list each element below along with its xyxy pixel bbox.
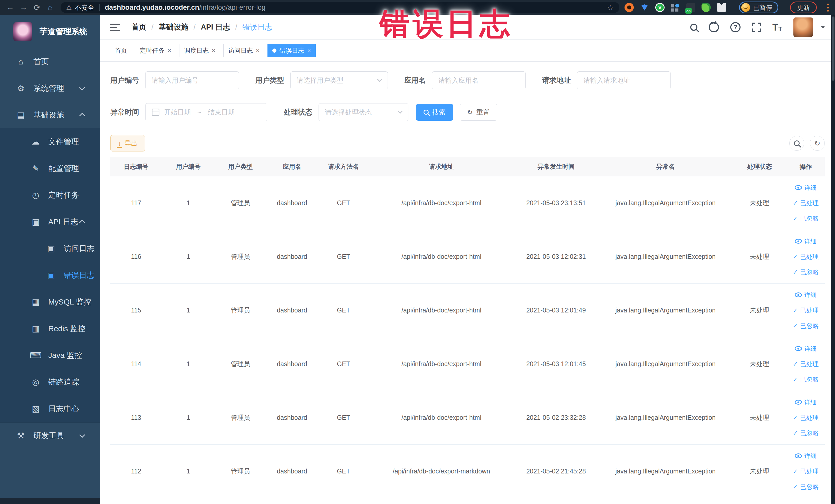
action-ignored[interactable]: ✓已忽略 [793,215,819,223]
github-icon[interactable] [709,22,719,32]
sidebar-item-config-management[interactable]: ✎ 配置管理 [0,155,100,182]
tab-错误日志[interactable]: 错误日志 × [267,44,316,57]
close-icon[interactable]: × [212,47,216,54]
action-processed[interactable]: ✓已处理 [793,467,819,476]
gear-icon: ⚙ [15,83,27,93]
avatar[interactable] [793,18,813,37]
adblock-icon[interactable] [625,3,634,12]
security-warning-icon[interactable]: ⚠ [66,4,72,11]
app-name-input[interactable] [432,72,526,89]
close-icon[interactable]: × [307,47,311,54]
tab-调度日志[interactable]: 调度日志 × [179,44,220,57]
sidebar-item-api-log[interactable]: ▣ API 日志 [0,208,100,235]
app: 芋道管理系统 ⌂ 首页 ⚙ 系统管理 ▤ 基础设施 ☁ 文件管理 ✎ 配置管理 … [0,15,835,504]
table-cell: 未处理 [733,176,787,230]
tab-grid-icon[interactable] [671,3,680,12]
date-range-picker[interactable]: 开始日期 ~ 结束日期 [145,103,267,121]
content: 用户编号 用户类型 请选择用户类型 应用名 [100,62,835,504]
fullscreen-icon[interactable] [752,23,761,32]
action-ignored[interactable]: ✓已忽略 [793,268,819,276]
caret-down-icon[interactable] [821,26,825,28]
breadcrumb-item[interactable]: API 日志 [201,22,230,32]
sidebar-item-system-management[interactable]: ⚙ 系统管理 [0,75,100,102]
sidebar-collapse-icon[interactable] [110,24,120,31]
action-ignored[interactable]: ✓已忽略 [793,375,819,384]
sidebar-item-error-log[interactable]: ▣ 错误日志 [0,262,100,288]
breadcrumb-item[interactable]: 首页 [131,22,146,32]
close-icon[interactable]: × [168,47,171,54]
sidebar-logo-row[interactable]: 芋道管理系统 [0,15,100,48]
sidebar-item-infrastructure[interactable]: ▤ 基础设施 [0,102,100,128]
sidebar-item-redis-monitor[interactable]: ▥ Redis 监控 [0,315,100,342]
user-id-field[interactable] [152,77,232,84]
search-icon[interactable] [690,24,697,31]
action-detail[interactable]: 详细 [795,398,816,406]
process-status-select[interactable]: 请选择处理状态 [319,103,408,121]
refresh-button[interactable]: ↻ [810,136,825,151]
sidebar-item-dev-tools[interactable]: ⚒ 研发工具 [0,422,100,449]
update-button[interactable]: 更新 [790,2,817,13]
table-cell: java.lang.IllegalArgumentException [598,176,733,230]
reload-icon[interactable]: ⟳ [30,2,44,13]
action-processed[interactable]: ✓已处理 [793,360,819,368]
sidebar-item-tracing[interactable]: ◎ 链路追踪 [0,369,100,396]
action-processed[interactable]: ✓已处理 [793,306,819,315]
leaf-icon[interactable] [701,3,711,12]
sidebar-item-home[interactable]: ⌂ 首页 [0,48,100,75]
reset-button[interactable]: ↻ 重置 [460,104,497,121]
close-icon[interactable]: × [256,47,260,54]
back-icon[interactable]: ← [4,2,17,13]
sidebar-item-file-management[interactable]: ☁ 文件管理 [0,128,100,155]
proxy-icon[interactable] [640,3,649,12]
check-icon: ✓ [793,361,798,367]
help-icon[interactable]: ? [730,22,740,32]
tab-访问日志[interactable]: 访问日志 × [223,44,264,57]
breadcrumb-separator: / [236,23,238,31]
sidebar-item-access-log[interactable]: ▣ 访问日志 [0,235,100,262]
bookmark-star-icon[interactable]: ☆ [607,3,614,12]
tab-定时任务[interactable]: 定时任务 × [135,44,176,57]
page-scrollbar[interactable] [831,15,835,504]
table-header-row: 日志编号用户编号用户类型应用名请求方法名请求地址异常发生时间异常名处理状态操作 [110,157,825,176]
action-ignored[interactable]: ✓已忽略 [793,429,819,437]
action-processed[interactable]: ✓已处理 [793,414,819,422]
action-ignored[interactable]: ✓已忽略 [793,483,819,491]
switch-on-icon[interactable] [686,3,695,12]
request-url-input[interactable] [577,72,671,89]
table-cell: /api/infra/db-doc/export-markdown [369,444,514,498]
search-button[interactable]: 搜索 [416,104,453,121]
paused-pill[interactable]: 已暂停 [739,2,778,13]
scrollbar-thumb[interactable] [832,16,834,81]
action-detail[interactable]: 详细 [795,291,816,299]
extensions-puzzle-icon[interactable] [717,3,726,12]
user-type-select[interactable]: 请选择用户类型 [290,72,388,89]
toggle-search-button[interactable] [789,136,804,151]
password-manager-icon[interactable] [655,3,665,12]
export-button[interactable]: ↓ 导出 [110,135,145,152]
sidebar-item-java-monitor[interactable]: ⌨ Java 监控 [0,342,100,369]
action-detail[interactable]: 详细 [795,237,816,245]
font-size-icon[interactable]: TT [772,22,782,32]
action-ignored[interactable]: ✓已忽略 [793,322,819,330]
home-icon[interactable]: ⌂ [44,2,57,13]
reset-icon: ↻ [467,108,473,116]
request-url-field[interactable] [584,77,664,84]
action-detail[interactable]: 详细 [795,452,816,460]
forward-icon[interactable]: → [17,2,30,13]
sidebar-item-log-center[interactable]: ▧ 日志中心 [0,396,100,422]
action-detail[interactable]: 详细 [795,345,816,353]
security-label[interactable]: 不安全 [75,3,94,12]
sidebar-item-mysql-monitor[interactable]: ▦ MySQL 监控 [0,288,100,315]
address-bar[interactable]: ⚠ 不安全 dashboard.yudao.iocoder.cn /infra/… [61,2,619,13]
browser-menu-icon[interactable] [827,4,829,12]
app-name-field[interactable] [439,77,519,84]
action-detail[interactable]: 详细 [795,184,816,192]
sidebar-item-scheduled-tasks[interactable]: ◷ 定时任务 [0,182,100,208]
table-cell: /api/infra/db-doc/export-html [369,283,514,337]
tab-首页[interactable]: 首页 [110,44,132,57]
breadcrumb-item[interactable]: 基础设施 [159,22,188,32]
action-processed[interactable]: ✓已处理 [793,199,819,207]
user-id-input[interactable] [145,72,239,89]
action-processed[interactable]: ✓已处理 [793,253,819,261]
export-button-label: 导出 [125,139,138,148]
